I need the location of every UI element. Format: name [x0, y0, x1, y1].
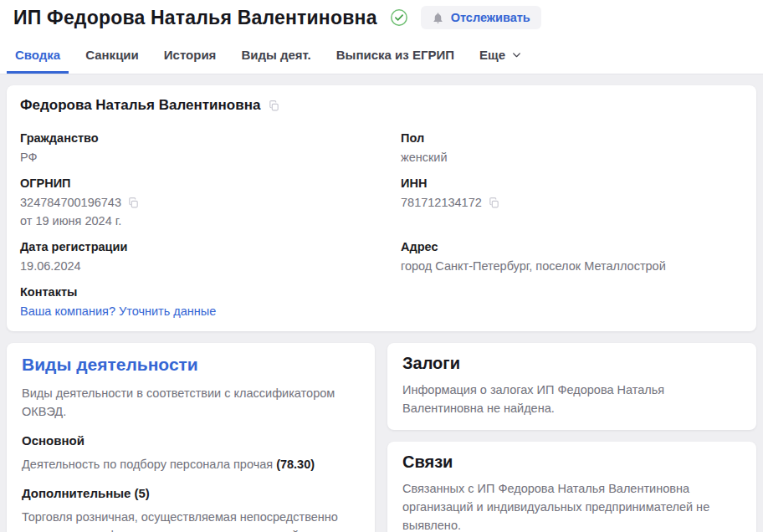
list-item: Торговля розничная, осуществляемая непос…: [22, 508, 360, 532]
tab-istoriya[interactable]: История: [156, 43, 225, 74]
pledges-text: Информация о залогах ИП Федорова Наталья…: [402, 381, 741, 417]
field-gender: Пол женский: [401, 130, 743, 166]
tab-bar: Сводка Санкции История Виды деят. Выписк…: [0, 34, 763, 74]
primary-activity: Деятельность по подбору персонала прочая…: [22, 455, 360, 473]
tab-vypiska-egrip[interactable]: Выписка из ЕГРИП: [328, 43, 463, 74]
profile-name: Федорова Наталья Валентиновна: [20, 97, 260, 114]
field-contacts: Контакты Ваша компания? Уточнить данные: [20, 284, 401, 320]
tab-svodka[interactable]: Сводка: [7, 43, 69, 74]
field-value: РФ: [20, 150, 401, 166]
copy-ogrnip-icon[interactable]: [127, 197, 140, 209]
tab-label: Сводка: [15, 48, 60, 62]
side-column: Залоги Информация о залогах ИП Федорова …: [387, 343, 756, 532]
tab-label: Еще: [479, 48, 505, 62]
tab-label: Виды деят.: [241, 48, 310, 62]
activity-text: Торговля розничная, осуществляемая непос…: [22, 510, 338, 532]
field-address: Адрес город Санкт-Петербург, поселок Мет…: [401, 239, 743, 274]
copy-inn-icon[interactable]: [488, 197, 500, 209]
field-value: женский: [401, 150, 743, 166]
additional-activities-label: Дополнительные (5): [22, 486, 360, 500]
field-ogrnip: ОГРНИП 324784700196743 от 19 июня 2024 г…: [20, 176, 401, 229]
field-label: Контакты: [20, 284, 401, 300]
ogrnip-date: от 19 июня 2024 г.: [20, 213, 401, 229]
activities-description: Виды деятельности в соответствии с класс…: [22, 384, 360, 421]
field-label: ИНН: [401, 176, 743, 192]
primary-activity-label: Основной: [22, 433, 360, 448]
track-button-label: Отслеживать: [451, 11, 530, 24]
field-label: Гражданство: [20, 130, 401, 146]
inn-value: 781712134172: [401, 195, 482, 211]
chevron-down-icon: [511, 49, 522, 60]
bell-icon: [432, 12, 444, 24]
field-empty: [401, 284, 743, 320]
field-label: Пол: [401, 130, 743, 146]
tab-more[interactable]: Еще: [471, 43, 530, 74]
activities-card: Виды деятельности Виды деятельности в со…: [7, 343, 375, 532]
field-citizenship: Гражданство РФ: [20, 130, 401, 166]
field-value: город Санкт-Петербург, поселок Металлост…: [401, 258, 743, 274]
tab-sankcii[interactable]: Санкции: [77, 43, 147, 74]
field-inn: ИНН 781712134172: [401, 176, 743, 229]
update-company-link[interactable]: Ваша компания? Уточнить данные: [20, 304, 216, 320]
ogrnip-value: 324784700196743: [20, 195, 121, 211]
okved-code: (78.30): [276, 458, 315, 471]
profile-card: Федорова Наталья Валентиновна Гражданств…: [7, 85, 756, 331]
field-reg-date: Дата регистрации 19.06.2024: [20, 239, 401, 274]
field-label: Адрес: [401, 239, 743, 255]
pledges-title: Залоги: [402, 354, 741, 373]
page-title: ИП Федорова Наталья Валентиновна: [13, 7, 377, 29]
tab-label: История: [164, 48, 217, 62]
copy-name-icon[interactable]: [268, 100, 280, 112]
activities-title-link[interactable]: Виды деятельности: [22, 355, 360, 375]
tab-label: Выписка из ЕГРИП: [336, 48, 454, 62]
page-header: ИП Федорова Наталья Валентиновна Отслежи…: [0, 0, 763, 74]
tab-vidy-deyat[interactable]: Виды деят.: [233, 43, 319, 74]
main-content: Федорова Наталья Валентиновна Гражданств…: [0, 74, 763, 532]
field-value: 19.06.2024: [20, 258, 401, 274]
connections-text: Связанных с ИП Федорова Наталья Валентин…: [402, 479, 741, 532]
track-button[interactable]: Отслеживать: [421, 6, 541, 29]
verified-check-icon: [390, 8, 408, 27]
pledges-card: Залоги Информация о залогах ИП Федорова …: [387, 343, 756, 430]
connections-title: Связи: [402, 453, 741, 472]
field-label: ОГРНИП: [20, 176, 401, 192]
field-label: Дата регистрации: [20, 239, 401, 255]
connections-card: Связи Связанных с ИП Федорова Наталья Ва…: [387, 442, 756, 532]
title-row: ИП Федорова Наталья Валентиновна Отслежи…: [0, 0, 763, 34]
activity-text: Деятельность по подбору персонала прочая: [22, 458, 273, 471]
tab-label: Санкции: [85, 48, 139, 62]
